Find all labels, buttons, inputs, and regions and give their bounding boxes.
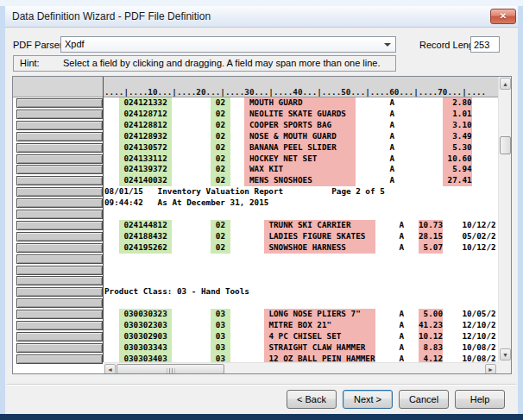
report-field[interactable]: 024128932	[119, 131, 173, 142]
report-row[interactable]	[104, 265, 498, 276]
report-field[interactable]: 2.80	[443, 97, 472, 109]
help-button[interactable]: Help	[455, 390, 505, 409]
scroll-right-button[interactable]: ►	[485, 364, 496, 374]
report-field[interactable]: 02	[211, 231, 230, 242]
report-rows[interactable]: 024121332 02 MOUTH GUARD A 2.80 02412871…	[104, 97, 498, 362]
row-select-box[interactable]	[16, 321, 103, 330]
report-field[interactable]: 5.07	[419, 242, 443, 254]
report-row[interactable]: 024128812 02 COOPER SPORTS BAG A 3.10	[104, 120, 498, 131]
report-field[interactable]: 024188432	[119, 231, 173, 242]
report-row[interactable]: 024188432 02 LADIES FIGURE SKATES A28.15…	[104, 231, 498, 242]
report-field[interactable]: 10.73	[419, 220, 443, 231]
report-field[interactable]: 02	[211, 131, 230, 142]
vertical-scroll-thumb[interactable]	[500, 136, 511, 154]
report-row[interactable]	[104, 254, 498, 265]
report-field[interactable]: 024144812	[119, 220, 173, 231]
report-row[interactable]: 024144812 02 TRUNK SKI CARRIER A10.7310/…	[104, 220, 498, 231]
row-select-box[interactable]	[16, 121, 103, 130]
report-field[interactable]: MITRE BOX 21"	[264, 320, 375, 331]
report-field[interactable]: 024195262	[119, 242, 173, 254]
back-button[interactable]: < Back	[287, 390, 337, 409]
scroll-up-button[interactable]: ▲	[500, 78, 511, 90]
row-select-box[interactable]	[16, 165, 103, 174]
report-row[interactable]: 024139372 02 WAX KIT A 5.94	[104, 164, 498, 175]
report-field[interactable]: 024121332	[119, 97, 173, 109]
horizontal-scroll-thumb[interactable]	[117, 364, 224, 374]
report-field[interactable]: 10.12	[419, 331, 443, 342]
row-select-box[interactable]	[16, 266, 103, 275]
report-field[interactable]: NOSE & MOUTH GUARD	[244, 131, 356, 142]
report-field[interactable]: COOPER SPORTS BAG	[244, 120, 356, 131]
report-field[interactable]: 5.30	[443, 142, 472, 154]
row-select-box[interactable]	[16, 154, 103, 164]
report-field[interactable]: 02	[211, 175, 230, 186]
report-field[interactable]: 030302303	[119, 320, 173, 331]
report-field[interactable]: 3.49	[443, 131, 472, 142]
row-select-box[interactable]	[16, 143, 103, 153]
report-row[interactable]: 030302903 03 4 PC CHISEL SET A10.1212/10…	[104, 331, 498, 342]
row-select-box[interactable]	[16, 332, 103, 342]
row-select-box[interactable]	[16, 354, 103, 364]
row-select-box[interactable]	[16, 343, 103, 353]
report-row[interactable]: 030030323 03 LONG NOSE PLIERS 7" A 5.001…	[104, 309, 498, 320]
report-field[interactable]: 02	[211, 154, 230, 165]
report-row[interactable]: 030303343 03 STRAIGHT CLAW HAMMER A 8.83…	[104, 342, 498, 354]
close-button[interactable]: ✕	[490, 9, 516, 24]
report-field[interactable]: 28.15	[419, 231, 443, 242]
title-bar[interactable]: Data Definition Wizard - PDF File Defini…	[5, 6, 518, 28]
report-field[interactable]: 10.60	[443, 154, 472, 165]
report-field[interactable]: 02	[211, 164, 230, 175]
report-row[interactable]: 024195262 02 SNOWSHOE HARNESS A 5.0710/1…	[104, 242, 498, 254]
report-field[interactable]: 02	[211, 120, 230, 131]
report-row[interactable]	[104, 298, 498, 309]
report-field[interactable]: MENS SNOSHOES	[244, 175, 356, 186]
report-field[interactable]: 024139372	[119, 164, 173, 175]
report-field[interactable]: 02	[211, 142, 230, 154]
row-select-box[interactable]	[16, 110, 103, 119]
report-field[interactable]: MOUTH GUARD	[244, 97, 356, 109]
report-field[interactable]: LADIES FIGURE SKATES	[264, 231, 375, 242]
row-select-box[interactable]	[16, 254, 103, 264]
row-select-box[interactable]	[16, 176, 103, 185]
row-select-box[interactable]	[16, 243, 103, 253]
row-select-box[interactable]	[16, 287, 103, 297]
report-field[interactable]: 8.83	[419, 342, 443, 354]
report-row[interactable]	[104, 209, 498, 220]
record-length-input[interactable]	[470, 36, 500, 53]
report-row[interactable]: Product Class: 03 - Hand Tools	[104, 286, 498, 298]
report-field[interactable]: 024128812	[119, 120, 173, 131]
report-field[interactable]: 41.23	[419, 320, 443, 331]
next-button[interactable]: Next >	[343, 390, 393, 409]
report-field[interactable]: 030303343	[119, 342, 173, 354]
report-field[interactable]: 02	[211, 220, 230, 231]
report-row[interactable]: 024128712 02 NEOLITE SKATE GUARDS A 1.01	[104, 109, 498, 120]
report-field[interactable]: 1.01	[443, 109, 472, 120]
report-row[interactable]: 030302303 03 MITRE BOX 21" A41.2312/10/2	[104, 320, 498, 331]
cancel-button[interactable]: Cancel	[399, 390, 449, 409]
scroll-left-button[interactable]: ◄	[104, 364, 116, 374]
report-row[interactable]: 024140032 02 MENS SNOSHOES A 27.41	[104, 175, 498, 186]
report-field[interactable]: 4 PC CHISEL SET	[264, 331, 375, 342]
report-field[interactable]: 27.41	[443, 175, 472, 186]
report-field[interactable]: HOCKEY NET SET	[244, 154, 356, 165]
report-row[interactable]: 024128932 02 NOSE & MOUTH GUARD A 3.49	[104, 131, 498, 142]
report-field[interactable]: 5.00	[419, 309, 443, 320]
report-field[interactable]: 03	[211, 309, 230, 320]
report-row[interactable]	[104, 275, 498, 286]
row-select-box[interactable]	[16, 310, 103, 319]
report-row[interactable]: 024133112 02 HOCKEY NET SET A 10.60	[104, 154, 498, 165]
row-select-box[interactable]	[16, 232, 103, 241]
report-field[interactable]: NEOLITE SKATE GUARDS	[244, 109, 356, 120]
row-select-box[interactable]	[16, 98, 103, 108]
report-field[interactable]: 024140032	[119, 175, 173, 186]
report-field[interactable]: 024128712	[119, 109, 173, 120]
report-field[interactable]: STRAIGHT CLAW HAMMER	[264, 342, 375, 354]
report-field[interactable]: 3.10	[443, 120, 472, 131]
report-field[interactable]: SNOWSHOE HARNESS	[264, 242, 375, 254]
report-row[interactable]: 024130572 02 BANANA PEEL SLIDER A 5.30	[104, 142, 498, 154]
row-select-box[interactable]	[16, 198, 103, 208]
report-field[interactable]: 030302903	[119, 331, 173, 342]
report-field[interactable]: 02	[211, 242, 230, 254]
report-field[interactable]: TRUNK SKI CARRIER	[264, 220, 375, 231]
report-row[interactable]: 024121332 02 MOUTH GUARD A 2.80	[104, 97, 498, 109]
